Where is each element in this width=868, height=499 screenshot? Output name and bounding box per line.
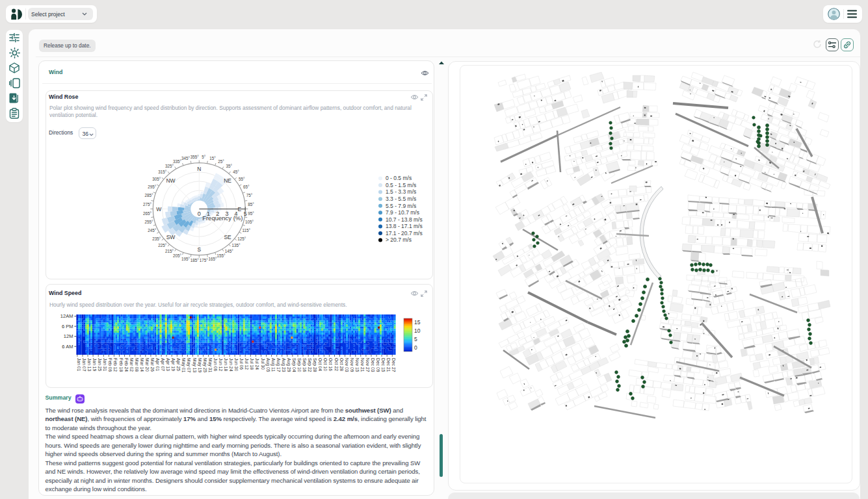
svg-text:Sep 10: Sep 10 <box>296 358 302 372</box>
svg-text:175°: 175° <box>200 258 209 262</box>
svg-text:0: 0 <box>414 344 417 351</box>
svg-text:Oct 16: Oct 16 <box>328 358 333 371</box>
svg-text:345°: 345° <box>181 156 191 160</box>
svg-text:165°: 165° <box>208 257 217 261</box>
svg-text:Jul 30: Jul 30 <box>261 358 265 370</box>
svg-text:265°: 265° <box>143 211 152 216</box>
svg-text:45°: 45° <box>233 170 239 174</box>
svg-text:125°: 125° <box>237 237 246 241</box>
svg-text:Oct 04: Oct 04 <box>318 358 322 371</box>
svg-text:5: 5 <box>414 336 417 342</box>
svg-text:Mar 08: Mar 08 <box>135 358 139 372</box>
svg-text:Mar 20: Mar 20 <box>145 358 150 372</box>
svg-text:Jan 07: Jan 07 <box>82 358 86 372</box>
svg-text:Jan 31: Jan 31 <box>103 358 107 372</box>
svg-text:Dec 21: Dec 21 <box>386 358 391 372</box>
svg-text:Mar 14: Mar 14 <box>140 358 144 372</box>
svg-text:Aug 11: Aug 11 <box>270 358 276 372</box>
svg-text:Nov 15: Nov 15 <box>355 358 360 372</box>
svg-text:Jul 18: Jul 18 <box>250 358 254 370</box>
svg-text:Nov 27: Nov 27 <box>365 358 370 372</box>
svg-text:Aug 17: Aug 17 <box>276 358 281 372</box>
svg-text:75°: 75° <box>246 193 253 198</box>
svg-text:S: S <box>197 246 201 253</box>
svg-text:325°: 325° <box>165 164 174 168</box>
svg-text:Mar 26: Mar 26 <box>150 358 155 372</box>
svg-text:225°: 225° <box>158 243 167 248</box>
svg-text:15°: 15° <box>209 156 216 160</box>
svg-text:E: E <box>237 206 241 212</box>
svg-text:135°: 135° <box>231 243 241 248</box>
svg-text:Dec 27: Dec 27 <box>391 358 396 372</box>
svg-text:Jul 24: Jul 24 <box>255 358 259 370</box>
svg-text:Oct 28: Oct 28 <box>339 358 344 371</box>
svg-text:295°: 295° <box>148 185 157 189</box>
svg-text:Jun 06: Jun 06 <box>213 358 218 372</box>
svg-text:SW: SW <box>166 234 176 240</box>
svg-text:Apr 01: Apr 01 <box>155 358 160 371</box>
svg-text:1.5 - 3.3 m/s: 1.5 - 3.3 m/s <box>386 188 416 195</box>
svg-text:355°: 355° <box>191 155 200 159</box>
svg-text:Apr 19: Apr 19 <box>170 358 176 371</box>
svg-text:Dec 09: Dec 09 <box>376 358 380 372</box>
svg-text:305°: 305° <box>152 177 161 181</box>
svg-text:Frequency (%): Frequency (%) <box>202 214 243 222</box>
svg-text:5°: 5° <box>202 155 206 159</box>
svg-text:35°: 35° <box>226 164 232 168</box>
svg-text:Nov 21: Nov 21 <box>360 358 365 372</box>
svg-text:10.7 - 13.8 m/s: 10.7 - 13.8 m/s <box>386 216 423 223</box>
svg-text:Jan 25: Jan 25 <box>98 358 102 372</box>
svg-text:May 31: May 31 <box>207 358 213 373</box>
svg-text:185°: 185° <box>191 258 200 262</box>
svg-text:Sep 16: Sep 16 <box>302 358 307 372</box>
svg-text:NW: NW <box>166 177 175 184</box>
svg-text:Jan 13: Jan 13 <box>87 358 92 372</box>
svg-text:275°: 275° <box>143 202 152 207</box>
svg-text:Jul 06: Jul 06 <box>239 358 244 370</box>
svg-text:25°: 25° <box>218 159 224 164</box>
svg-text:Nov 09: Nov 09 <box>350 358 354 372</box>
svg-text:Nov 03: Nov 03 <box>345 358 349 372</box>
svg-text:205°: 205° <box>173 253 182 258</box>
svg-text:May 01: May 01 <box>181 358 186 373</box>
svg-text:Aug 05: Aug 05 <box>265 358 270 372</box>
svg-text:95°: 95° <box>248 211 254 216</box>
svg-text:Feb 24: Feb 24 <box>124 358 129 372</box>
svg-text:115°: 115° <box>243 228 251 233</box>
svg-text:335°: 335° <box>173 159 182 164</box>
svg-text:Jun 30: Jun 30 <box>234 358 239 372</box>
svg-text:Apr 25: Apr 25 <box>176 358 181 371</box>
svg-text:285°: 285° <box>144 193 153 198</box>
svg-text:N: N <box>197 166 201 172</box>
svg-text:Oct 10: Oct 10 <box>323 358 328 371</box>
svg-text:85°: 85° <box>248 202 254 207</box>
svg-text:Oct 22: Oct 22 <box>334 358 339 371</box>
svg-text:> 20.7 m/s: > 20.7 m/s <box>386 237 412 243</box>
svg-text:255°: 255° <box>144 220 153 224</box>
svg-text:Sep 28: Sep 28 <box>312 358 317 372</box>
svg-text:195°: 195° <box>181 257 191 261</box>
svg-text:Jun 18: Jun 18 <box>224 358 228 372</box>
svg-text:0.5 - 1.5 m/s: 0.5 - 1.5 m/s <box>386 182 416 188</box>
svg-text:Apr 13: Apr 13 <box>165 358 170 371</box>
svg-text:145°: 145° <box>225 249 234 253</box>
svg-text:May 13: May 13 <box>192 358 197 373</box>
svg-text:235°: 235° <box>152 237 161 241</box>
svg-text:215°: 215° <box>165 249 174 253</box>
svg-text:13.8 - 17.1 m/s: 13.8 - 17.1 m/s <box>386 223 423 229</box>
svg-text:Jul 12: Jul 12 <box>244 358 249 370</box>
svg-text:Jun 24: Jun 24 <box>229 358 233 372</box>
svg-text:5: 5 <box>244 211 247 217</box>
svg-text:12M: 12M <box>64 333 73 339</box>
svg-text:155°: 155° <box>217 253 226 258</box>
svg-text:105°: 105° <box>245 220 254 224</box>
svg-text:Feb 12: Feb 12 <box>113 358 118 372</box>
svg-text:Dec 03: Dec 03 <box>371 358 375 372</box>
svg-text:May 07: May 07 <box>186 358 191 373</box>
svg-text:Feb 06: Feb 06 <box>108 358 112 372</box>
svg-text:May 19: May 19 <box>197 358 202 373</box>
svg-text:12AM: 12AM <box>60 313 73 319</box>
svg-text:3.3 - 5.5 m/s: 3.3 - 5.5 m/s <box>386 196 416 202</box>
svg-text:Apr 07: Apr 07 <box>160 358 165 371</box>
svg-text:NE: NE <box>224 177 231 184</box>
